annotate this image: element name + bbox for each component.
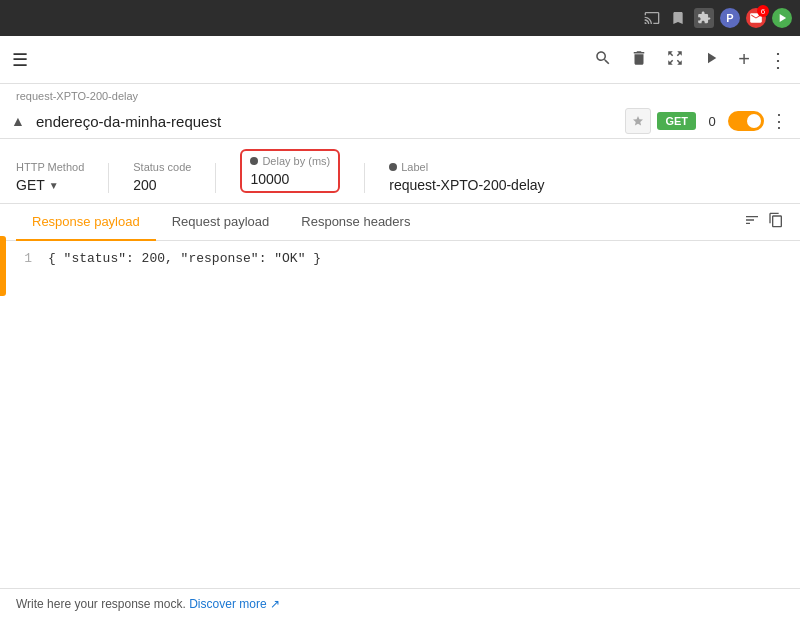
separator-3 — [364, 163, 365, 193]
method-dropdown-arrow: ▼ — [49, 180, 59, 191]
code-content-1: { "status": 200, "response": "OK" } — [48, 251, 321, 266]
delay-label-row: Delay by (ms) — [250, 155, 330, 167]
left-indicator — [0, 236, 6, 296]
copy-icon[interactable] — [768, 212, 784, 232]
status-code-value[interactable]: 200 — [133, 177, 191, 193]
menu-button[interactable]: ☰ — [12, 49, 28, 71]
toolbar-left: ☰ — [12, 49, 28, 71]
code-line-1: 1 { "status": 200, "response": "OK" } — [16, 251, 784, 266]
delay-field: Delay by (ms) 10000 — [240, 149, 340, 193]
delay-dot-icon — [250, 157, 258, 165]
separator-1 — [108, 163, 109, 193]
code-editor[interactable]: 1 { "status": 200, "response": "OK" } — [0, 241, 800, 588]
enable-toggle[interactable] — [728, 111, 764, 131]
format-icon[interactable] — [744, 212, 760, 232]
request-name: endereço-da-minha-request — [36, 113, 617, 130]
bookmark-icon[interactable] — [668, 8, 688, 28]
fields-row: HTTP Method GET ▼ Status code 200 Delay … — [0, 139, 800, 204]
label-label-row: Label — [389, 161, 544, 173]
status-code-field: Status code 200 — [133, 161, 191, 193]
http-method-label: HTTP Method — [16, 161, 84, 173]
separator-2 — [215, 163, 216, 193]
search-icon[interactable] — [594, 49, 612, 71]
footer-text: Write here your response mock. — [16, 597, 186, 611]
tab-request-payload[interactable]: Request payload — [156, 204, 286, 241]
tabs-actions — [744, 212, 784, 232]
cast-icon[interactable] — [642, 8, 662, 28]
http-method-select[interactable]: GET ▼ — [16, 177, 84, 193]
extension-icon[interactable] — [694, 8, 714, 28]
tabs-bar: Response payload Request payload Respons… — [0, 204, 800, 241]
request-more-icon[interactable]: ⋮ — [770, 110, 788, 132]
delay-value[interactable]: 10000 — [250, 171, 330, 187]
more-options-icon[interactable]: ⋮ — [768, 48, 788, 72]
http-method-field: HTTP Method GET ▼ — [16, 161, 84, 193]
browser-topbar: P — [0, 0, 800, 36]
profile-icon[interactable]: P — [720, 8, 740, 28]
star-button[interactable] — [625, 108, 651, 134]
label-dot-icon — [389, 163, 397, 171]
update-icon[interactable] — [772, 8, 792, 28]
collapse-button[interactable]: ▲ — [8, 113, 28, 129]
footer-bar: Write here your response mock. Discover … — [0, 588, 800, 619]
toolbar-right: + ⋮ — [594, 48, 788, 72]
play-icon[interactable] — [702, 49, 720, 71]
line-number-1: 1 — [16, 251, 32, 266]
endpoint-actions: GET 0 ⋮ — [625, 108, 788, 134]
mail-icon[interactable] — [746, 8, 766, 28]
breadcrumb: request-XPTO-200-delay — [0, 84, 800, 104]
expand-icon[interactable] — [666, 49, 684, 71]
label-field-label: Label — [401, 161, 428, 173]
discover-more-link[interactable]: Discover more ↗ — [189, 597, 280, 611]
count-badge: 0 — [702, 114, 722, 129]
tab-response-payload[interactable]: Response payload — [16, 204, 156, 241]
external-link-icon: ↗ — [270, 597, 280, 611]
delete-icon[interactable] — [630, 49, 648, 71]
delay-label: Delay by (ms) — [262, 155, 330, 167]
label-value[interactable]: request-XPTO-200-delay — [389, 177, 544, 193]
request-header: ▲ endereço-da-minha-request GET 0 ⋮ — [0, 104, 800, 139]
add-icon[interactable]: + — [738, 48, 750, 71]
status-code-label: Status code — [133, 161, 191, 173]
main-toolbar: ☰ + ⋮ — [0, 36, 800, 84]
tab-response-headers[interactable]: Response headers — [285, 204, 426, 241]
method-badge[interactable]: GET — [657, 112, 696, 130]
label-field: Label request-XPTO-200-delay — [389, 161, 544, 193]
